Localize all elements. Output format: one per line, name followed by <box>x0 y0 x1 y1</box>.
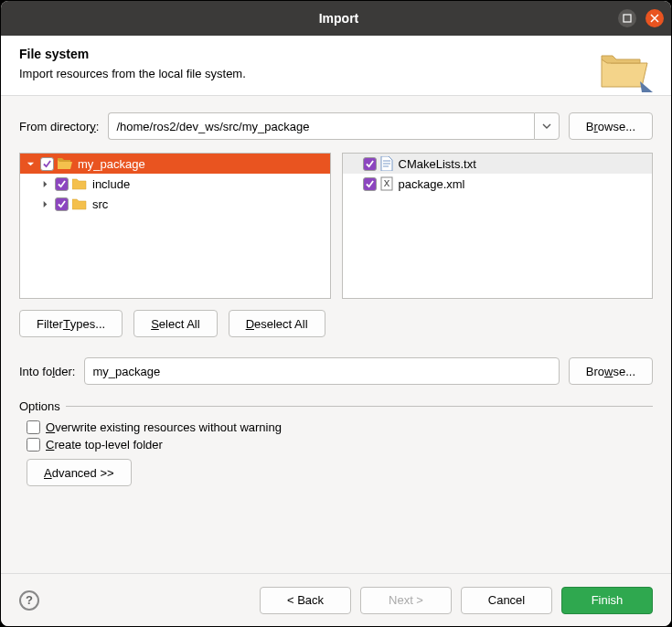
create-top-level-label: Create top-level folder <box>46 438 163 452</box>
options-legend: Options <box>19 399 66 413</box>
titlebar: Import <box>1 1 671 36</box>
into-folder-input[interactable] <box>84 357 559 385</box>
expand-toggle[interactable] <box>38 180 51 188</box>
from-directory-label: From directory: <box>19 120 99 133</box>
file-label: CMakeLists.txt <box>399 157 476 171</box>
tree-label: my_package <box>78 157 145 171</box>
tree-item-include[interactable]: include <box>20 174 330 194</box>
help-button[interactable]: ? <box>19 590 39 611</box>
into-folder-label: Into folder: <box>19 365 75 378</box>
create-top-level-checkbox[interactable] <box>27 438 40 452</box>
from-directory-combo[interactable] <box>108 112 559 140</box>
tree-label: include <box>92 177 130 191</box>
filter-types-button[interactable]: Filter Types... <box>19 310 123 337</box>
page-title: File system <box>19 47 246 61</box>
expand-toggle[interactable] <box>24 160 37 168</box>
overwrite-checkbox[interactable] <box>27 420 40 434</box>
header: File system Import resources from the lo… <box>1 36 671 96</box>
advanced-button[interactable]: Advanced >> <box>27 459 132 486</box>
options-group: Options Overwrite existing resources wit… <box>19 399 653 488</box>
page-subtitle: Import resources from the local file sys… <box>19 67 246 80</box>
checkbox[interactable] <box>363 177 377 191</box>
window-title: Import <box>59 11 618 26</box>
from-directory-input[interactable] <box>108 112 533 140</box>
window-controls <box>618 9 664 27</box>
folder-tree[interactable]: my_package include <box>19 153 331 299</box>
folder-icon <box>72 177 87 190</box>
file-item[interactable]: CMakeLists.txt <box>343 154 653 174</box>
svg-rect-0 <box>624 15 631 22</box>
text-file-icon <box>380 156 393 171</box>
back-button[interactable]: < Back <box>260 587 351 614</box>
file-label: package.xml <box>399 177 465 191</box>
expand-toggle[interactable] <box>38 200 51 208</box>
tree-label: src <box>92 197 108 211</box>
folder-open-icon <box>58 157 72 170</box>
deselect-all-button[interactable]: Deselect All <box>229 310 325 337</box>
xml-file-icon: x <box>380 176 393 191</box>
select-all-button[interactable]: Select All <box>133 310 217 337</box>
into-browse-button[interactable]: Browse... <box>569 357 653 385</box>
overwrite-label: Overwrite existing resources without war… <box>46 420 282 434</box>
checkbox[interactable] <box>40 157 54 171</box>
close-button[interactable] <box>645 9 664 27</box>
checkbox[interactable] <box>363 157 377 171</box>
file-item[interactable]: x package.xml <box>343 174 653 194</box>
footer: ? < Back Next > Cancel Finish <box>1 573 671 626</box>
tree-item-src[interactable]: src <box>20 194 330 214</box>
import-folder-icon <box>598 47 653 92</box>
next-button: Next > <box>360 587 452 614</box>
svg-text:x: x <box>383 176 389 189</box>
from-directory-dropdown[interactable] <box>534 112 560 140</box>
content: From directory: Browse... <box>1 96 671 573</box>
cancel-button[interactable]: Cancel <box>461 587 552 614</box>
tree-root[interactable]: my_package <box>20 154 330 174</box>
checkbox[interactable] <box>55 177 69 191</box>
checkbox[interactable] <box>55 197 69 211</box>
file-list[interactable]: CMakeLists.txt x package.xml <box>342 153 654 299</box>
maximize-button[interactable] <box>618 9 636 27</box>
from-browse-button[interactable]: Browse... <box>569 112 653 140</box>
import-dialog: Import File system Import resources from… <box>1 1 671 626</box>
finish-button[interactable]: Finish <box>561 587 653 614</box>
folder-icon <box>72 197 87 210</box>
